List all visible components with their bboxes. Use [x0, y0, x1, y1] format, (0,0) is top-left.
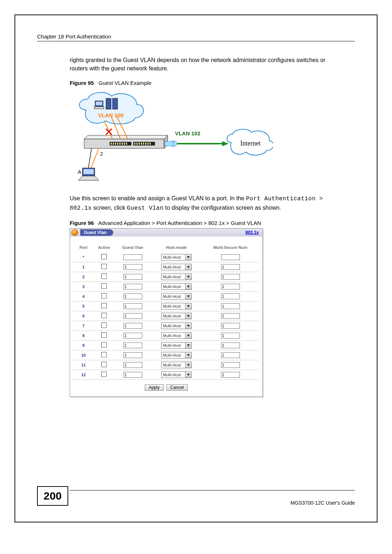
- multisecure-input[interactable]: [221, 313, 240, 319]
- active-checkbox[interactable]: [101, 313, 107, 318]
- active-checkbox[interactable]: [101, 303, 107, 308]
- active-checkbox[interactable]: [101, 254, 107, 259]
- multisecure-input[interactable]: [221, 303, 240, 309]
- hostmode-value: Multi-Host: [162, 255, 185, 259]
- multisecure-input[interactable]: [221, 274, 240, 280]
- multisecure-input[interactable]: [221, 264, 240, 270]
- svg-marker-39: [222, 141, 229, 146]
- cancel-button[interactable]: Cancel: [166, 384, 188, 391]
- active-checkbox[interactable]: [101, 362, 107, 367]
- chevron-down-icon: [185, 254, 191, 260]
- active-checkbox[interactable]: [101, 274, 107, 279]
- guest-vlan-input[interactable]: [123, 284, 142, 290]
- port-cell: 2: [74, 272, 93, 282]
- page-number: 200: [37, 486, 68, 506]
- guest-vlan-input[interactable]: [123, 372, 142, 378]
- hostmode-select[interactable]: Multi-Host: [161, 274, 192, 280]
- active-checkbox[interactable]: [101, 293, 107, 299]
- config-table: Port Active Guest Vlan Host-mode Multi-S…: [74, 244, 259, 380]
- active-checkbox[interactable]: [101, 283, 107, 289]
- col-active: Active: [93, 244, 115, 253]
- hostmode-select[interactable]: Multi-Host: [161, 293, 192, 300]
- hostmode-select[interactable]: Multi-Host: [161, 303, 192, 309]
- chevron-down-icon: [185, 352, 191, 358]
- guest-vlan-diagram: VLAN 100 2 A: [70, 88, 273, 182]
- guest-vlan-input[interactable]: [123, 323, 142, 329]
- guest-vlan-input[interactable]: [123, 342, 142, 348]
- internet-label: Internet: [240, 140, 261, 147]
- port-cell: 3: [74, 282, 93, 291]
- hostmode-select[interactable]: Multi-Host: [161, 264, 192, 270]
- svg-marker-48: [187, 335, 190, 337]
- guest-vlan-input[interactable]: [123, 352, 142, 358]
- guest-vlan-input[interactable]: [123, 313, 142, 319]
- port-cell: 11: [74, 360, 93, 370]
- guest-vlan-input[interactable]: [123, 294, 142, 299]
- hostmode-select[interactable]: Multi-Host: [161, 372, 192, 378]
- hostmode-select[interactable]: Multi-Host: [161, 362, 192, 368]
- chevron-down-icon: [185, 362, 191, 368]
- multisecure-input[interactable]: [221, 333, 240, 338]
- svg-marker-40: [187, 256, 190, 258]
- chevron-down-icon: [185, 372, 191, 378]
- multisecure-input[interactable]: [221, 372, 240, 378]
- paragraph-1: rights granted to the Guest VLAN depends…: [70, 56, 331, 73]
- guest-vlan-input[interactable]: [123, 254, 142, 260]
- hostmode-select[interactable]: Multi-Host: [161, 313, 192, 319]
- link-8021x[interactable]: 802.1x: [245, 230, 259, 235]
- svg-rect-10: [111, 143, 112, 145]
- svg-rect-16: [124, 143, 125, 145]
- page: Chapter 18 Port Authentication rights gr…: [15, 15, 377, 522]
- multisecure-input[interactable]: [221, 284, 240, 290]
- multisecure-input[interactable]: [221, 323, 240, 329]
- guest-vlan-input[interactable]: [123, 303, 142, 309]
- active-checkbox[interactable]: [101, 264, 107, 269]
- active-checkbox[interactable]: [101, 342, 107, 348]
- svg-rect-19: [136, 143, 138, 145]
- chevron-down-icon: [185, 284, 191, 290]
- hostmode-select[interactable]: Multi-Host: [161, 254, 192, 260]
- multisecure-input[interactable]: [221, 362, 240, 368]
- active-checkbox[interactable]: [101, 372, 107, 377]
- chevron-down-icon: [185, 342, 191, 348]
- chevron-down-icon: [185, 274, 191, 280]
- guest-vlan-input[interactable]: [123, 333, 142, 338]
- active-checkbox[interactable]: [101, 352, 107, 357]
- port-cell: 12: [74, 370, 93, 379]
- svg-marker-47: [187, 325, 190, 327]
- multisecure-input[interactable]: [221, 342, 240, 348]
- table-row: 2Multi-Host: [74, 272, 259, 282]
- svg-rect-17: [126, 143, 127, 145]
- bullet-icon: [72, 229, 78, 236]
- multisecure-input[interactable]: [221, 254, 240, 260]
- hostmode-select[interactable]: Multi-Host: [161, 283, 192, 290]
- col-hm: Host-mode: [151, 244, 202, 253]
- page-footer: 200 MGS3700-12C User's Guide: [37, 486, 355, 506]
- hostmode-select[interactable]: Multi-Host: [161, 342, 192, 349]
- port-cell: 7: [74, 321, 93, 331]
- guest-vlan-input[interactable]: [123, 274, 142, 280]
- port-cell: 1: [74, 262, 93, 272]
- svg-rect-12: [115, 143, 116, 145]
- active-checkbox[interactable]: [101, 323, 107, 328]
- chevron-down-icon: [185, 323, 191, 329]
- guest-vlan-input[interactable]: [123, 362, 142, 368]
- apply-button[interactable]: Apply: [145, 384, 164, 391]
- svg-rect-20: [139, 143, 140, 145]
- panel-titlebar: Guest Vlan 802.1x: [70, 229, 262, 237]
- multisecure-input[interactable]: [221, 352, 240, 358]
- svg-rect-21: [141, 143, 142, 145]
- hostmode-select[interactable]: Multi-Host: [161, 323, 192, 329]
- svg-marker-41: [187, 266, 190, 268]
- port-cell: 4: [74, 291, 93, 301]
- active-checkbox[interactable]: [101, 332, 107, 338]
- host-a-label: A: [78, 169, 81, 175]
- hostmode-select[interactable]: Multi-Host: [161, 352, 192, 358]
- multisecure-input[interactable]: [221, 294, 240, 299]
- chevron-down-icon: [185, 264, 191, 270]
- hostmode-select[interactable]: Multi-Host: [161, 332, 192, 339]
- guest-vlan-panel: Guest Vlan 802.1x Port Active Guest Vlan…: [70, 228, 263, 397]
- chevron-down-icon: [185, 294, 191, 299]
- panel-body: Port Active Guest Vlan Host-mode Multi-S…: [70, 237, 262, 397]
- guest-vlan-input[interactable]: [123, 264, 142, 270]
